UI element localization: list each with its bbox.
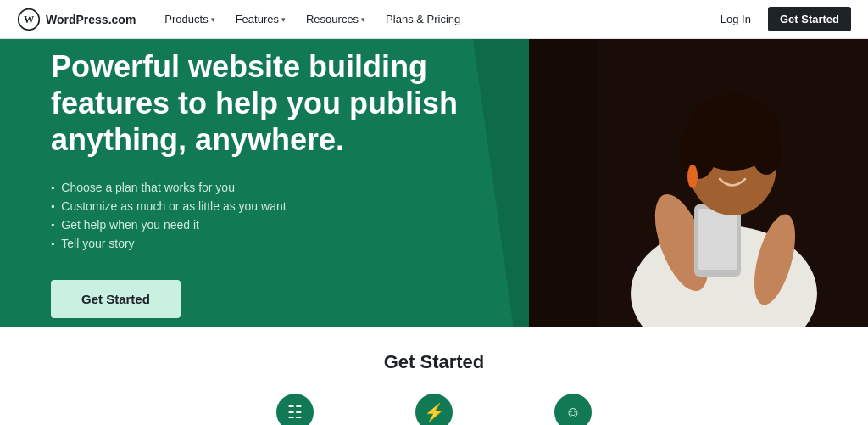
logo-text: WordPress.com [46,13,136,26]
hero-image-area [529,39,868,327]
lightning-icon-circle: ⚡ [415,394,453,425]
svg-text:W: W [24,14,35,25]
svg-rect-15 [529,39,597,327]
bullet-2: Customize as much or as little as you wa… [51,197,475,215]
svg-point-13 [718,163,726,170]
svg-point-14 [738,163,747,170]
hero-get-started-button[interactable]: Get Started [51,280,181,318]
bullet-1: Choose a plan that works for you [51,178,475,197]
nav-features[interactable]: Features ▾ [227,8,294,31]
nav-plans-pricing[interactable]: Plans & Pricing [377,8,469,31]
lightning-icon: ⚡ [424,402,445,422]
person-icon-circle: ☺ [554,394,592,425]
nav-resources[interactable]: Resources ▾ [298,8,374,31]
document-icon-circle: ☷ [276,394,314,425]
hero-person-illustration [529,39,868,327]
svg-point-12 [687,165,698,188]
hero-bullets: Choose a plan that works for you Customi… [51,178,475,253]
chevron-down-icon: ▾ [361,15,365,24]
bullet-3: Get help when you need it [51,215,475,234]
svg-rect-7 [698,209,737,270]
chevron-down-icon: ▾ [281,15,286,24]
navbar: W WordPress.com Products ▾ Features ▾ Re… [0,0,868,39]
svg-point-10 [680,120,717,179]
hero-title: Powerful website building features to he… [51,48,475,159]
hero-image-bg [529,39,868,327]
nav-right: Log In Get Started [710,7,851,31]
hero-section: Powerful website building features to he… [0,39,868,327]
get-started-nav-button[interactable]: Get Started [768,7,851,31]
wordpress-logo-icon: W [17,8,41,31]
below-title: Get Started [384,351,485,373]
logo[interactable]: W WordPress.com [17,8,136,31]
below-icons-row: ☷ ⚡ ☺ [276,394,592,425]
hero-content: Powerful website building features to he… [0,39,526,327]
nav-links: Products ▾ Features ▾ Resources ▾ Plans … [156,8,709,31]
person-icon: ☺ [565,404,581,422]
nav-products[interactable]: Products ▾ [156,8,223,31]
chevron-down-icon: ▾ [211,15,215,24]
bullet-4: Tell your story [51,234,475,253]
below-fold-section: Get Started ☷ ⚡ ☺ [0,327,868,425]
document-icon: ☷ [287,402,303,422]
svg-point-11 [751,124,782,175]
login-button[interactable]: Log In [710,8,761,31]
